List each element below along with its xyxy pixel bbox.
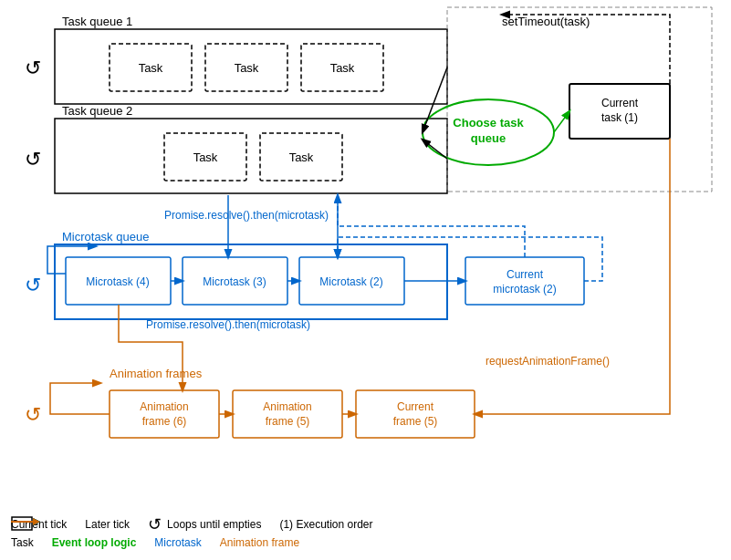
choose-task-queue-label2: queue	[471, 131, 506, 145]
task-q2-1: Task	[193, 150, 218, 164]
anim-frame-6-label2: frame (6)	[142, 415, 187, 428]
task-q1-1: Task	[139, 61, 163, 75]
current-task-label2: task (1)	[601, 111, 638, 124]
anim-frame-6-label1: Animation	[140, 400, 188, 413]
promise-resolve-top-label: Promise.resolve().then(microtask)	[164, 209, 329, 222]
microtask-3: Microtask (3)	[203, 275, 266, 288]
task-queue-2-label: Task queue 2	[62, 104, 132, 118]
legend: Current tick Later tick ↺ Loops until em…	[11, 516, 714, 553]
svg-rect-17	[233, 390, 342, 438]
anim-frame-5-label1: Animation	[263, 400, 311, 413]
current-frame-label1: Current	[397, 400, 434, 413]
diagram-svg: Task queue 1 Task Task Task ↺ Task queue…	[0, 0, 731, 560]
choose-task-queue-label1: Choose task	[453, 116, 524, 130]
svg-line-20	[423, 140, 447, 159]
loop-icon-microtask: ↺	[25, 274, 41, 296]
animation-frames-label: Animation frames	[110, 367, 203, 380]
svg-rect-15	[465, 257, 584, 305]
current-microtask-label1: Current	[506, 268, 544, 281]
microtask-queue-label: Microtask queue	[62, 230, 149, 244]
current-frame-label2: frame (5)	[393, 415, 438, 428]
set-timeout-label: setTimeout(task)	[502, 15, 590, 28]
loop-icon-q1: ↺	[25, 57, 41, 79]
task-q2-2: Task	[289, 150, 314, 164]
microtask-4: Microtask (4)	[86, 275, 149, 288]
task-queue-1-label: Task queue 1	[62, 15, 132, 28]
svg-line-21	[554, 111, 569, 132]
task-q1-3: Task	[330, 61, 355, 75]
promise-resolve-bottom-label: Promise.resolve().then(microtask)	[146, 318, 310, 331]
svg-rect-16	[110, 390, 219, 438]
legend-animation-frame: Animation frame	[220, 536, 299, 549]
svg-line-19	[423, 67, 447, 132]
svg-marker-39	[33, 518, 40, 525]
raf-label: requestAnimationFrame()	[486, 355, 610, 368]
svg-rect-18	[356, 390, 475, 438]
microtask-2: Microtask (2)	[319, 275, 382, 288]
current-microtask-label2: microtask (2)	[493, 283, 556, 296]
current-task-label: Current	[601, 97, 639, 109]
task-q1-2: Task	[235, 61, 259, 75]
loop-icon-animation: ↺	[25, 403, 41, 426]
anim-frame-5-label2: frame (5)	[266, 415, 310, 428]
svg-rect-4	[55, 119, 447, 193]
loop-icon-q2: ↺	[25, 148, 41, 171]
diagram-container: Task queue 1 Task Task Task ↺ Task queue…	[0, 0, 731, 560]
legend-row-2: Task Event loop logic Microtask Animatio…	[11, 536, 714, 549]
